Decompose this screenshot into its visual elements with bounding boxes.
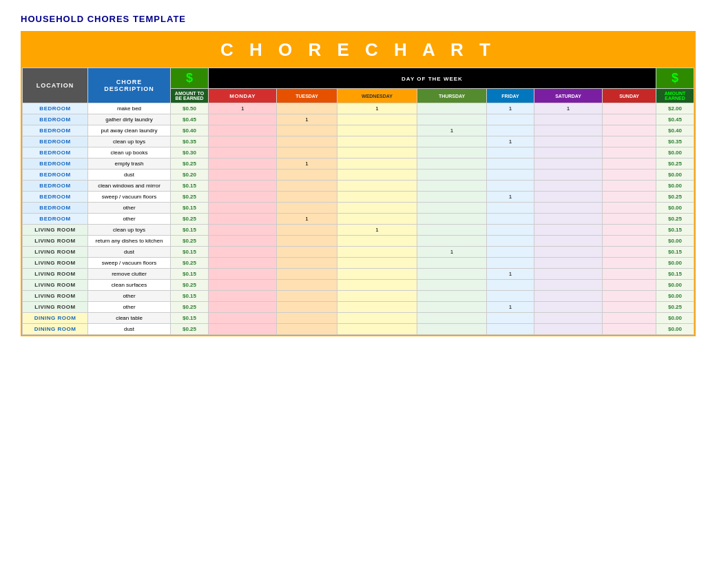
header-amount-earn-dollar: $ <box>171 68 209 89</box>
cell-wednesday <box>337 181 417 192</box>
cell-friday <box>486 181 534 192</box>
cell-wednesday <box>337 203 417 214</box>
cell-tuesday <box>277 324 337 335</box>
cell-friday <box>486 158 534 170</box>
table-row: LIVING ROOM return any dishes to kitchen… <box>23 236 694 247</box>
cell-earned: $0.00 <box>656 236 694 247</box>
cell-thursday <box>417 147 486 158</box>
cell-saturday <box>534 192 602 203</box>
cell-monday <box>209 158 277 170</box>
cell-location: BEDROOM <box>23 136 88 147</box>
cell-chore: other <box>88 203 171 214</box>
cell-saturday <box>534 313 602 324</box>
dollar-sign-earned: $ <box>658 71 691 85</box>
cell-wednesday <box>337 192 417 203</box>
cell-monday <box>209 302 277 313</box>
cell-wednesday <box>337 125 417 136</box>
cell-earned: $0.15 <box>656 247 694 258</box>
cell-saturday <box>534 136 602 147</box>
cell-sunday <box>603 225 656 236</box>
subheader-amount-to-be-earned: AMOUNT TO BE EARNED <box>171 89 209 103</box>
cell-sunday <box>603 214 656 225</box>
cell-sunday <box>603 236 656 247</box>
cell-monday <box>209 136 277 147</box>
cell-tuesday <box>277 280 337 291</box>
chart-title: C H O R E C H A R T <box>22 32 694 68</box>
cell-friday: 1 <box>486 136 534 147</box>
cell-amount-earn: $0.15 <box>171 291 209 302</box>
cell-location: BEDROOM <box>23 181 88 192</box>
cell-chore: dust <box>88 324 171 335</box>
cell-thursday <box>417 170 486 181</box>
cell-saturday <box>534 280 602 291</box>
cell-location: LIVING ROOM <box>23 269 88 280</box>
cell-saturday <box>534 291 602 302</box>
cell-monday <box>209 236 277 247</box>
cell-wednesday <box>337 236 417 247</box>
cell-monday <box>209 147 277 158</box>
subheader-saturday: SATURDAY <box>534 89 602 103</box>
cell-friday <box>486 125 534 136</box>
cell-friday <box>486 324 534 335</box>
cell-tuesday <box>277 313 337 324</box>
cell-tuesday: 1 <box>277 214 337 225</box>
cell-chore: put away clean laundry <box>88 125 171 136</box>
cell-thursday <box>417 291 486 302</box>
cell-earned: $0.00 <box>656 313 694 324</box>
cell-monday <box>209 225 277 236</box>
cell-thursday <box>417 269 486 280</box>
table-row: BEDROOM clean up books $0.30 $0.00 <box>23 147 694 158</box>
cell-earned: $0.40 <box>656 125 694 136</box>
cell-friday <box>486 313 534 324</box>
cell-saturday <box>534 302 602 313</box>
cell-friday <box>486 291 534 302</box>
cell-wednesday <box>337 170 417 181</box>
cell-earned: $0.00 <box>656 170 694 181</box>
cell-amount-earn: $0.15 <box>171 181 209 192</box>
cell-sunday <box>603 291 656 302</box>
cell-tuesday: 1 <box>277 114 337 125</box>
cell-earned: $0.00 <box>656 147 694 158</box>
cell-location: BEDROOM <box>23 170 88 181</box>
cell-sunday <box>603 114 656 125</box>
cell-wednesday <box>337 114 417 125</box>
cell-saturday <box>534 258 602 269</box>
cell-tuesday <box>277 236 337 247</box>
cell-tuesday <box>277 258 337 269</box>
cell-amount-earn: $0.35 <box>171 136 209 147</box>
cell-tuesday <box>277 170 337 181</box>
cell-amount-earn: $0.40 <box>171 125 209 136</box>
cell-chore: clean surfaces <box>88 280 171 291</box>
cell-thursday: 1 <box>417 125 486 136</box>
cell-wednesday <box>337 158 417 170</box>
dollar-sign-earn: $ <box>173 71 206 85</box>
cell-sunday <box>603 170 656 181</box>
cell-tuesday <box>277 302 337 313</box>
cell-thursday <box>417 192 486 203</box>
cell-wednesday: 1 <box>337 103 417 114</box>
cell-tuesday <box>277 147 337 158</box>
cell-tuesday <box>277 136 337 147</box>
table-row: LIVING ROOM other $0.15 $0.00 <box>23 291 694 302</box>
cell-earned: $0.45 <box>656 114 694 125</box>
cell-saturday <box>534 236 602 247</box>
cell-friday <box>486 236 534 247</box>
cell-amount-earn: $0.15 <box>171 313 209 324</box>
cell-thursday <box>417 158 486 170</box>
cell-monday <box>209 313 277 324</box>
cell-wednesday <box>337 302 417 313</box>
cell-chore: empty trash <box>88 158 171 170</box>
subheader-tuesday: TUESDAY <box>277 89 337 103</box>
cell-wednesday <box>337 136 417 147</box>
subheader-amount-earned: AMOUNT EARNED <box>656 89 694 103</box>
cell-amount-earn: $0.15 <box>171 203 209 214</box>
cell-tuesday <box>277 291 337 302</box>
cell-earned: $0.15 <box>656 225 694 236</box>
cell-thursday <box>417 258 486 269</box>
cell-saturday <box>534 158 602 170</box>
cell-amount-earn: $0.20 <box>171 170 209 181</box>
cell-thursday <box>417 103 486 114</box>
header-location: LOCATION <box>23 68 88 103</box>
cell-saturday <box>534 324 602 335</box>
cell-thursday <box>417 181 486 192</box>
